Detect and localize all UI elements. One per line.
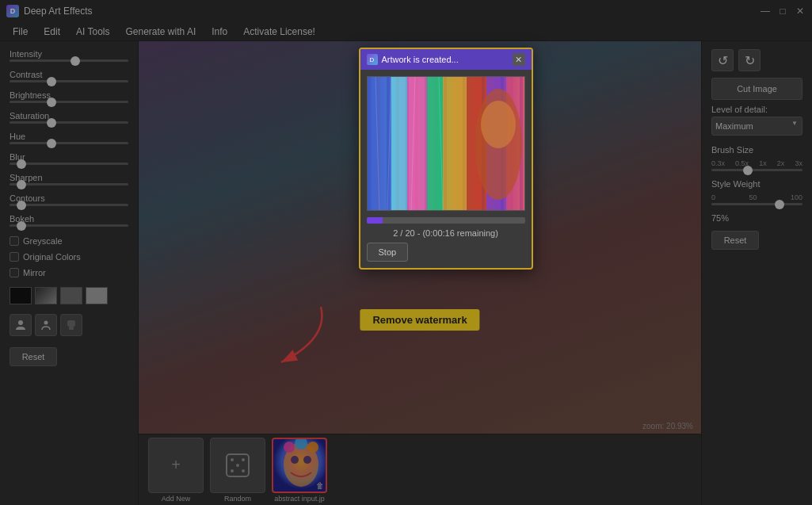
dialog-overlay: D Artwork is created... ✕: [0, 0, 812, 505]
dialog-app-icon: D: [367, 54, 378, 65]
dialog-title-text: Artwork is created...: [382, 55, 459, 64]
svg-rect-18: [368, 77, 391, 211]
svg-rect-20: [407, 77, 427, 211]
dialog-titlebar: D Artwork is created... ✕: [360, 49, 532, 70]
artwork-dialog: D Artwork is created... ✕: [359, 48, 533, 270]
progress-fill: [367, 217, 383, 224]
svg-rect-21: [427, 77, 443, 211]
dialog-preview-image: [367, 76, 525, 211]
dialog-close-button[interactable]: ✕: [513, 53, 525, 66]
stop-button[interactable]: Stop: [367, 243, 409, 262]
progress-status-text: 2 / 20 - (0:00:16 remaining): [367, 228, 525, 238]
progress-row: [367, 217, 525, 224]
svg-point-27: [481, 101, 516, 148]
dialog-title-left: D Artwork is created...: [367, 54, 459, 65]
preview-svg: [368, 77, 525, 211]
dialog-content: 2 / 20 - (0:00:16 remaining) Stop: [360, 70, 532, 268]
svg-rect-22: [443, 77, 467, 211]
svg-rect-19: [391, 77, 407, 211]
progress-track: [367, 217, 525, 224]
